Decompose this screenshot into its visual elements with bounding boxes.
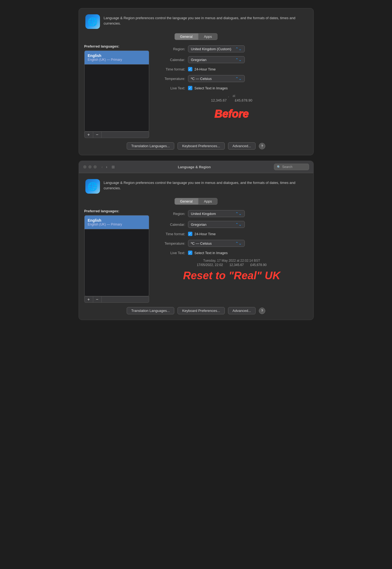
after-time-format-label: Time format: xyxy=(156,232,185,236)
settings-section: Region: United Kingdom (Custom) ⌃⌄ Calen… xyxy=(156,44,308,138)
preview-area: , at 12,345.67 £45,678.90 xyxy=(156,94,308,102)
calendar-label: Calendar: xyxy=(156,58,185,62)
after-preview-currency: £45,678.90 xyxy=(250,263,267,267)
after-region-label: Region: xyxy=(156,212,185,216)
panel-description: Language & Region preferences control th… xyxy=(104,14,307,26)
after-language-name: English xyxy=(88,218,146,223)
maximize-traffic-light[interactable] xyxy=(93,165,97,169)
after-live-text-value: Select Text in Images xyxy=(195,251,228,255)
calendar-value: Gregorian xyxy=(191,58,207,62)
after-region-dropdown-arrow: ⌃⌄ xyxy=(235,211,242,216)
after-language-item[interactable]: English English (UK) — Primary xyxy=(85,216,149,229)
after-live-text-row: Live Text: ✓ Select Text in Images xyxy=(156,251,308,255)
after-panel-description: Language & Region preferences control th… xyxy=(104,179,307,191)
after-language-sub: English (UK) — Primary xyxy=(88,223,146,226)
back-arrow[interactable]: ‹ xyxy=(100,164,104,170)
traffic-lights xyxy=(83,165,97,169)
after-live-text-checkbox[interactable]: ✓ xyxy=(188,251,192,255)
calendar-row: Calendar: Gregorian ⌃⌄ xyxy=(156,56,308,63)
after-lang-ctrl-spacer xyxy=(102,296,149,303)
region-value: United Kingdom (Custom) xyxy=(191,47,232,51)
language-item[interactable]: English English (UK) — Primary xyxy=(85,51,149,65)
after-region-value: United Kingdom xyxy=(191,212,216,216)
after-calendar-label: Calendar: xyxy=(156,223,185,227)
search-box[interactable]: 🔍 Search xyxy=(274,164,309,170)
titlebar: ‹ › ⊞ Language & Region 🔍 Search xyxy=(79,161,313,173)
after-preferred-languages-label: Preferred languages: xyxy=(84,209,149,213)
after-remove-language-button[interactable]: − xyxy=(93,296,102,303)
time-format-value: 24-Hour Time xyxy=(195,67,216,71)
after-calendar-dropdown[interactable]: Gregorian ⌃⌄ xyxy=(188,221,245,228)
tabs-row: General Apps xyxy=(79,33,313,40)
after-advanced-button[interactable]: Advanced... xyxy=(228,307,256,314)
panel-header: 🌐 Language & Region preferences control … xyxy=(79,8,313,33)
live-text-value: Select Text in Images xyxy=(195,86,228,90)
after-big-label: Reset to "Real" UK xyxy=(156,270,308,282)
after-time-format-checkbox-row: ✓ 24-Hour Time xyxy=(188,232,216,236)
after-panel: ‹ › ⊞ Language & Region 🔍 Search 🌐 Langu… xyxy=(79,161,314,320)
language-sub: English (UK) — Primary xyxy=(88,58,146,62)
after-temperature-value: ºC — Celsius xyxy=(191,241,212,245)
translation-languages-button[interactable]: Translation Languages... xyxy=(127,142,175,150)
region-row: Region: United Kingdom (Custom) ⌃⌄ xyxy=(156,45,308,52)
after-temperature-dropdown-arrow: ⌃⌄ xyxy=(235,241,242,245)
after-language-list: English English (UK) — Primary xyxy=(84,215,149,296)
after-live-text-checkbox-row: ✓ Select Text in Images xyxy=(188,251,228,255)
region-dropdown-arrow: ⌃⌄ xyxy=(235,47,242,51)
tab-apps[interactable]: Apps xyxy=(198,33,218,40)
live-text-checkbox-row: ✓ Select Text in Images xyxy=(188,86,228,90)
after-tabs-row: General Apps xyxy=(79,198,313,205)
after-keyboard-preferences-button[interactable]: Keyboard Preferences... xyxy=(177,307,225,314)
after-panel-header: 🌐 Language & Region preferences control … xyxy=(79,173,313,198)
time-format-checkbox[interactable]: ✓ xyxy=(188,67,192,71)
keyboard-preferences-button[interactable]: Keyboard Preferences... xyxy=(177,142,225,150)
advanced-button[interactable]: Advanced... xyxy=(228,142,256,150)
lang-section: Preferred languages: English English (UK… xyxy=(84,44,149,138)
after-globe-icon: 🌐 xyxy=(85,179,100,194)
after-preview-area: Tuesday, 17 May 2022 at 22:02:14 BST 17/… xyxy=(156,259,308,267)
language-list: English English (UK) — Primary xyxy=(84,50,149,132)
after-region-dropdown[interactable]: United Kingdom ⌃⌄ xyxy=(188,210,245,217)
temperature-dropdown[interactable]: ºC — Celsius ⌃⌄ xyxy=(188,75,245,82)
remove-language-button[interactable]: − xyxy=(93,132,102,138)
after-tab-apps[interactable]: Apps xyxy=(198,198,218,205)
minimize-traffic-light[interactable] xyxy=(88,165,92,169)
temperature-row: Temperature: ºC — Celsius ⌃⌄ xyxy=(156,75,308,82)
after-tab-general[interactable]: General xyxy=(175,198,198,205)
grid-icon[interactable]: ⊞ xyxy=(112,165,115,169)
before-big-label: Before xyxy=(156,108,308,120)
region-label: Region: xyxy=(156,47,185,51)
after-time-format-checkbox[interactable]: ✓ xyxy=(188,232,192,236)
search-icon: 🔍 xyxy=(277,165,281,169)
after-add-language-button[interactable]: + xyxy=(84,296,93,303)
before-panel: 🌐 Language & Region preferences control … xyxy=(79,8,314,155)
main-content: Preferred languages: English English (UK… xyxy=(79,44,313,138)
after-live-text-label: Live Text: xyxy=(156,251,185,255)
forward-arrow[interactable]: › xyxy=(105,164,108,170)
live-text-label: Live Text: xyxy=(156,86,185,90)
after-translation-languages-button[interactable]: Translation Languages... xyxy=(127,307,175,314)
tab-general[interactable]: General xyxy=(175,33,198,40)
after-temperature-dropdown[interactable]: ºC — Celsius ⌃⌄ xyxy=(188,240,245,247)
live-text-row: Live Text: ✓ Select Text in Images xyxy=(156,86,308,90)
after-time-format-row: Time format: ✓ 24-Hour Time xyxy=(156,232,308,236)
globe-icon: 🌐 xyxy=(85,14,100,29)
after-calendar-dropdown-arrow: ⌃⌄ xyxy=(235,222,242,227)
window-title: Language & Region xyxy=(118,165,271,169)
calendar-dropdown[interactable]: Gregorian ⌃⌄ xyxy=(188,56,245,63)
after-preview-values: 17/05/2022, 22:02 12,345.67 £45,678.90 xyxy=(197,263,266,267)
after-temperature-row: Temperature: ºC — Celsius ⌃⌄ xyxy=(156,240,308,247)
live-text-checkbox[interactable]: ✓ xyxy=(188,86,192,90)
add-language-button[interactable]: + xyxy=(84,132,93,138)
help-button[interactable]: ? xyxy=(259,143,265,149)
temperature-value: ºC — Celsius xyxy=(191,77,212,81)
search-placeholder: Search xyxy=(282,165,293,169)
after-help-button[interactable]: ? xyxy=(259,308,265,314)
close-traffic-light[interactable] xyxy=(83,165,86,169)
lang-list-controls: + − xyxy=(84,132,149,138)
after-preview-short-date: 17/05/2022, 22:02 xyxy=(197,263,223,267)
region-dropdown[interactable]: United Kingdom (Custom) ⌃⌄ xyxy=(188,45,245,52)
preferred-languages-label: Preferred languages: xyxy=(84,44,149,48)
after-lang-list-controls: + − xyxy=(84,296,149,303)
after-lang-section: Preferred languages: English English (UK… xyxy=(84,209,149,303)
